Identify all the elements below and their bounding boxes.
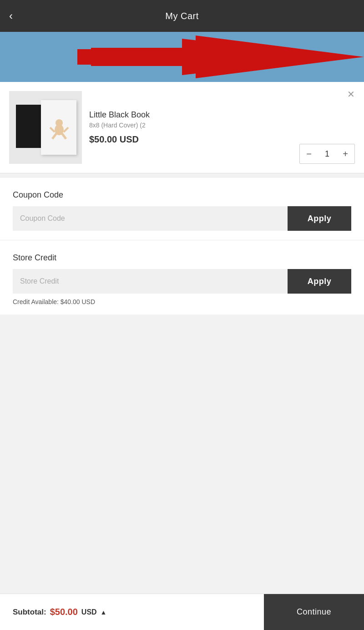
store-credit-section: Store Credit Apply Credit Available: $40… xyxy=(0,240,364,315)
coupon-input[interactable] xyxy=(13,206,288,231)
coupon-label: Coupon Code xyxy=(13,190,351,200)
quantity-decrease-button[interactable]: − xyxy=(300,144,318,163)
item-details: Little Black Book 8x8 (Hard Cover) (2 $5… xyxy=(89,110,355,145)
subtotal-label: Subtotal: xyxy=(13,608,46,617)
quantity-increase-button[interactable]: + xyxy=(336,144,354,163)
store-credit-apply-button[interactable]: Apply xyxy=(288,269,351,294)
store-credit-input[interactable] xyxy=(13,269,288,294)
continue-button[interactable]: Continue xyxy=(264,594,364,630)
header: ‹ My Cart xyxy=(0,0,364,32)
credit-available-text: Credit Available: $40.00 USD xyxy=(13,298,351,305)
remove-item-button[interactable]: ✕ xyxy=(347,89,355,100)
empty-area xyxy=(0,315,364,519)
back-button[interactable]: ‹ xyxy=(9,10,13,22)
cart-item: Little Black Book 8x8 (Hard Cover) (2 $5… xyxy=(0,82,364,173)
item-image xyxy=(9,91,82,164)
store-credit-input-row: Apply xyxy=(13,269,351,294)
subtotal-section: Subtotal: $50.00 USD ▲ xyxy=(0,607,264,617)
quantity-control: − 1 + xyxy=(299,144,355,164)
red-arrow-icon xyxy=(0,32,364,82)
svg-marker-0 xyxy=(91,39,341,75)
item-name: Little Black Book xyxy=(89,110,355,120)
svg-rect-3 xyxy=(16,105,42,148)
subtotal-amount: $50.00 xyxy=(50,607,78,617)
item-variant: 8x8 (Hard Cover) (2 xyxy=(89,122,355,129)
subtotal-chevron-icon[interactable]: ▲ xyxy=(101,609,107,616)
coupon-input-row: Apply xyxy=(13,206,351,231)
coupon-section: Coupon Code Apply xyxy=(0,177,364,240)
item-price: $50.00 USD xyxy=(89,134,355,145)
svg-marker-1 xyxy=(77,36,364,78)
coupon-apply-button[interactable]: Apply xyxy=(288,206,351,231)
book-thumbnail xyxy=(9,91,82,164)
store-credit-label: Store Credit xyxy=(13,253,351,263)
subtotal-currency: USD xyxy=(81,608,97,616)
blue-banner xyxy=(0,32,364,82)
svg-point-6 xyxy=(56,119,63,127)
footer: Subtotal: $50.00 USD ▲ Continue xyxy=(0,594,364,630)
quantity-value: 1 xyxy=(318,149,336,159)
page-title: My Cart xyxy=(165,11,199,21)
